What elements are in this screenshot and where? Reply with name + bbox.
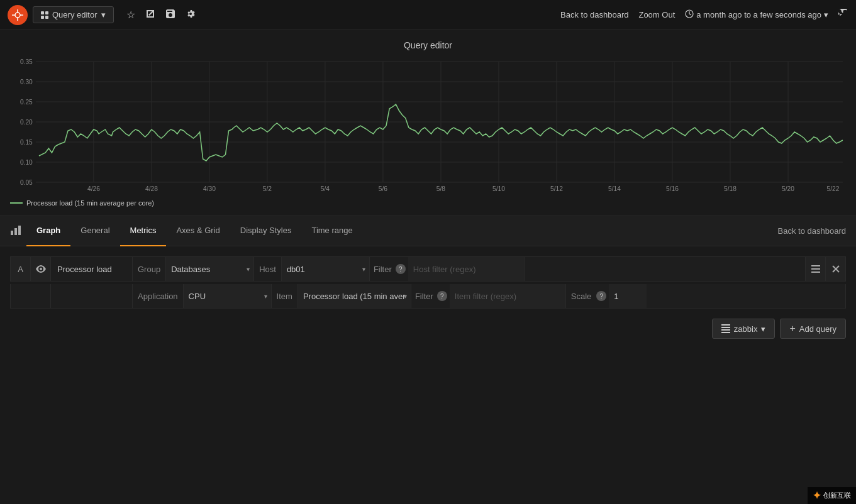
application-field: Application CPU <box>133 284 272 308</box>
nav-icons: ☆ <box>126 9 196 21</box>
query-panel: A Processor load Group Databases Host db… <box>0 246 856 349</box>
tab-display-styles[interactable]: Display Styles <box>230 216 302 246</box>
svg-rect-55 <box>811 268 820 270</box>
query-editor-button[interactable]: Query editor ▾ <box>33 6 114 23</box>
row-menu-btn[interactable] <box>805 257 825 281</box>
tab-display-styles-label: Display Styles <box>240 226 292 235</box>
back-to-dashboard-btn[interactable]: Back to dashboard <box>560 10 628 19</box>
query-editor-label: Query editor <box>52 10 97 19</box>
group-field: Group Databases <box>133 257 254 281</box>
clock-icon <box>685 9 694 20</box>
tab-metrics-label: Metrics <box>130 226 157 235</box>
tab-graph-label: Graph <box>36 226 60 235</box>
zabbix-label: zabbix <box>734 324 758 334</box>
svg-rect-60 <box>721 327 730 328</box>
grid-icon <box>41 11 48 19</box>
save-icon[interactable] <box>165 9 175 21</box>
zabbix-button[interactable]: zabbix ▾ <box>712 319 775 339</box>
item-field: Item Processor load (15 min aver <box>272 284 411 308</box>
tab-metrics[interactable]: Metrics <box>120 216 167 246</box>
chart-title: Query editor <box>0 40 856 50</box>
tab-graph[interactable]: Graph <box>26 216 70 246</box>
filter-help-icon-2[interactable]: ? <box>437 291 447 301</box>
svg-text:0.20: 0.20 <box>20 119 33 126</box>
zoom-out-btn[interactable]: Zoom Out <box>638 10 675 19</box>
query-row-2: Application CPU Item Processor load (15 … <box>10 284 846 309</box>
scale-input[interactable] <box>609 284 647 308</box>
query-row-1: A Processor load Group Databases Host db… <box>10 256 846 282</box>
application-label: Application <box>133 292 183 301</box>
svg-text:5/4: 5/4 <box>321 185 330 192</box>
back-to-dashboard-link[interactable]: Back to dashboard <box>778 226 846 236</box>
filter-help-icon-1[interactable]: ? <box>396 264 406 274</box>
host-label: Host <box>254 265 281 274</box>
svg-text:5/12: 5/12 <box>550 185 563 192</box>
item-select[interactable]: Processor load (15 min aver <box>297 284 411 308</box>
tabs-left: Graph General Metrics Axes & Grid Displa… <box>10 216 363 246</box>
svg-text:0.30: 0.30 <box>20 79 33 85</box>
tab-axes-grid-label: Axes & Grid <box>176 226 220 235</box>
svg-point-53 <box>40 268 42 270</box>
svg-rect-50 <box>11 231 13 235</box>
scale-help-icon[interactable]: ? <box>596 291 606 301</box>
refresh-button[interactable] <box>838 9 848 21</box>
item-filter-input[interactable] <box>450 284 565 308</box>
host-select[interactable]: db01 <box>281 257 369 281</box>
legend-line-indicator <box>10 202 23 204</box>
row-eye-toggle[interactable] <box>31 257 51 281</box>
host-filter-input[interactable] <box>408 257 524 281</box>
row-remove-btn[interactable] <box>825 257 845 281</box>
svg-rect-51 <box>14 228 17 235</box>
watermark-text: 创新互联 <box>823 491 851 500</box>
row-spacer <box>11 284 51 308</box>
share-icon[interactable] <box>145 9 155 21</box>
topnav-right: Back to dashboard Zoom Out a month ago t… <box>560 9 848 21</box>
settings-icon[interactable] <box>186 9 196 21</box>
graph-chart-icon <box>10 224 21 238</box>
tab-time-range-label: Time range <box>311 226 352 235</box>
tab-axes-grid[interactable]: Axes & Grid <box>166 216 230 246</box>
item-label: Item <box>272 292 297 301</box>
item-filter-field: Filter ? <box>411 284 566 308</box>
svg-text:0.05: 0.05 <box>20 179 33 186</box>
grafana-logo[interactable] <box>8 5 28 25</box>
star-icon[interactable]: ☆ <box>126 9 135 21</box>
scale-field: Scale ? <box>566 284 647 308</box>
time-range-label: a month ago to a few seconds ago <box>696 10 821 19</box>
tab-general[interactable]: General <box>70 216 120 246</box>
row-actions-1 <box>805 257 845 281</box>
svg-text:5/16: 5/16 <box>666 185 679 192</box>
application-select-wrapper: CPU <box>183 284 271 308</box>
row-metric-label: Processor load <box>51 257 133 281</box>
svg-text:0.35: 0.35 <box>20 58 33 65</box>
svg-rect-52 <box>18 226 21 235</box>
svg-text:5/10: 5/10 <box>492 185 505 192</box>
tab-general-label: General <box>81 226 109 235</box>
svg-text:0.25: 0.25 <box>20 99 33 106</box>
filter-label-1: Filter <box>370 265 396 274</box>
zabbix-dropdown-arrow: ▾ <box>761 324 765 334</box>
group-select-wrapper: Databases <box>165 257 253 281</box>
add-query-button[interactable]: + Add query <box>780 319 846 339</box>
topnav-left: Query editor ▾ ☆ <box>8 5 196 25</box>
chart-wrap: 0.35 0.30 0.25 0.20 0.15 0.10 0.05 4/26 … <box>10 55 846 195</box>
watermark: ✦ 创新互联 <box>808 487 856 504</box>
chart-container: Query editor 0.35 0.30 0.25 0.20 0.15 0.… <box>0 30 856 216</box>
group-select[interactable]: Databases <box>165 257 253 281</box>
svg-rect-62 <box>721 332 730 333</box>
svg-text:5/2: 5/2 <box>263 185 272 192</box>
svg-text:5/14: 5/14 <box>608 185 621 192</box>
svg-text:4/28: 4/28 <box>145 185 158 192</box>
time-dropdown-arrow: ▾ <box>824 10 828 19</box>
svg-text:5/6: 5/6 <box>379 185 388 192</box>
svg-rect-61 <box>721 329 730 331</box>
filter-label-2: Filter <box>411 292 437 301</box>
add-query-label: Add query <box>799 324 837 334</box>
host-filter-field: Filter ? <box>370 257 525 281</box>
row-spacer-2 <box>51 284 133 308</box>
time-range-selector[interactable]: a month ago to a few seconds ago ▾ <box>685 9 828 20</box>
tab-time-range[interactable]: Time range <box>301 216 362 246</box>
query-actions: zabbix ▾ + Add query <box>10 319 846 339</box>
application-select[interactable]: CPU <box>183 284 271 308</box>
svg-rect-54 <box>811 265 820 266</box>
